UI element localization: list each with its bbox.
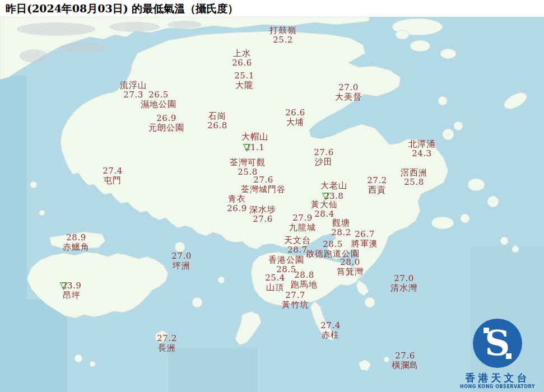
station-山頂: 25.4山頂 [265, 273, 285, 292]
station-name: 黃大仙 [311, 200, 338, 209]
station-觀塘: 觀塘28.2 [331, 218, 351, 237]
station-黃竹坑: 27.7黃竹坑 [282, 291, 309, 310]
station-name: 跑馬地 [291, 280, 318, 290]
station-西貢: 27.2西貢 [367, 176, 387, 195]
station-name: 大埔 [285, 118, 305, 127]
station-青衣: 青衣26.9 [227, 194, 247, 213]
station-value: 26.7 [351, 230, 378, 239]
station-name: 赤柱 [320, 330, 340, 340]
station-大埔: 26.6大埔 [285, 108, 305, 127]
station-赤柱: 27.4赤柱 [320, 321, 340, 340]
station-屯門: 27.4屯門 [103, 166, 122, 185]
station-value: 26.9 [227, 204, 247, 213]
station-name: 清水灣 [390, 283, 417, 293]
station-value: 26.5 [141, 90, 176, 100]
station-橫瀾島: 27.6橫瀾島 [392, 351, 419, 370]
station-value: 27.4 [320, 321, 340, 330]
station-value: 27.6 [249, 214, 276, 224]
station-value: 26.9 [148, 114, 184, 123]
station-name: 大美督 [335, 92, 362, 102]
station-name: 荃灣城門谷 [241, 185, 286, 194]
hko-logo-name-en: HONG KONG OBSERVATORY [455, 384, 540, 390]
station-value: ▽23.9 [62, 280, 82, 291]
station-value: 27.2 [157, 334, 176, 343]
station-value: 27.7 [282, 291, 309, 300]
station-清水灣: 27.0清水灣 [390, 274, 417, 293]
station-value: 27.0 [390, 274, 417, 283]
station-name: 黃竹坑 [282, 300, 309, 310]
station-name: 屯門 [103, 176, 122, 185]
station-大帽山: 大帽山▽21.1 [241, 132, 268, 152]
station-name: 九龍城 [289, 223, 316, 232]
weather-map-screen: 昨日(2024年08月03日) 的最低氣溫（攝氏度） 打鼓嶺25.2上水26.6… [0, 0, 544, 392]
station-value: 25.8 [401, 178, 427, 187]
station-大美督: 27.0大美督 [335, 83, 362, 102]
station-name: 大帽山 [241, 132, 268, 142]
station-元朗公園: 26.9元朗公園 [148, 114, 184, 133]
station-深水埗: 深水埗27.6 [249, 205, 276, 224]
station-name: 深水埗 [249, 205, 276, 214]
station-value: ▽21.1 [241, 142, 268, 152]
station-name: 大隴 [234, 81, 254, 90]
station-name: 赤鱲角 [63, 242, 90, 252]
station-name: 流浮山 [120, 81, 147, 90]
min-temp-marker-icon: ▽ [243, 142, 251, 152]
station-name: 橫瀾島 [392, 361, 419, 370]
station-value: 28.9 [63, 233, 90, 242]
station-name: 香港公園 [268, 255, 304, 265]
station-沙田: 27.6沙田 [314, 148, 333, 167]
station-value: 27.6 [314, 148, 333, 157]
station-name: 濕地公園 [141, 100, 176, 109]
station-value: 27.4 [103, 166, 122, 176]
station-value: 27.6 [392, 351, 419, 361]
station-荃灣可觀: 荃灣可觀25.8 [230, 158, 266, 177]
station-name: 沙田 [314, 157, 333, 167]
station-name: 西貢 [367, 185, 387, 195]
station-value: 25.1 [234, 71, 254, 81]
station-name: 筲箕灣 [337, 267, 364, 277]
station-筲箕灣: 28.0筲箕灣 [337, 258, 364, 277]
station-上水: 上水26.6 [232, 49, 252, 68]
station-value: 24.3 [408, 149, 435, 158]
station-value: 26.6 [285, 108, 305, 118]
station-name: 北潭涌 [408, 139, 435, 149]
station-name: 大老山 [320, 181, 347, 190]
station-啟德跑道公園: 28.5啟德跑道公園 [306, 240, 360, 259]
station-value: 27.9 [289, 213, 316, 223]
station-昂坪: ▽23.9昂坪 [62, 280, 82, 300]
station-name: 石崗 [207, 111, 227, 121]
station-坪洲: 27.0坪洲 [171, 251, 191, 270]
station-name: 青衣 [227, 194, 247, 204]
station-大隴: 25.1大隴 [234, 71, 254, 90]
station-name: 元朗公園 [148, 123, 184, 133]
station-value: 27.0 [335, 83, 362, 92]
station-value: 26.8 [207, 121, 227, 130]
station-value: 26.6 [232, 58, 252, 68]
hko-logo-icon: S [471, 316, 524, 370]
station-name: 荃灣可觀 [230, 158, 266, 167]
station-name: 滘西洲 [401, 168, 427, 178]
station-value: 28.0 [337, 258, 364, 267]
station-大老山: 大老山▽23.8 [320, 181, 347, 201]
station-name: 昂坪 [62, 291, 82, 300]
station-value: 27.0 [171, 251, 191, 261]
station-跑馬地: 28.8跑馬地 [291, 270, 318, 290]
station-value: 28.5 [306, 240, 360, 249]
station-value: 28.2 [331, 228, 351, 237]
station-value: 27.2 [367, 176, 387, 185]
station-name: 上水 [232, 49, 252, 58]
station-name: 打鼓嶺 [269, 26, 296, 35]
min-temp-marker-icon: ▽ [60, 281, 68, 290]
station-value: 28.8 [291, 270, 318, 280]
station-石崗: 石崗26.8 [207, 111, 227, 130]
station-滘西洲: 滘西洲25.8 [401, 168, 427, 187]
station-value: 27.6 [241, 175, 286, 185]
station-荃灣城門谷: 27.6荃灣城門谷 [241, 175, 286, 194]
station-name: 坪洲 [171, 261, 191, 270]
station-打鼓嶺: 打鼓嶺25.2 [269, 26, 296, 45]
station-value: 25.4 [265, 273, 285, 283]
station-name: 觀塘 [331, 218, 351, 228]
station-value: 25.2 [269, 35, 296, 45]
station-赤鱲角: 28.9赤鱲角 [63, 233, 90, 252]
station-九龍城: 27.9九龍城 [289, 213, 316, 232]
